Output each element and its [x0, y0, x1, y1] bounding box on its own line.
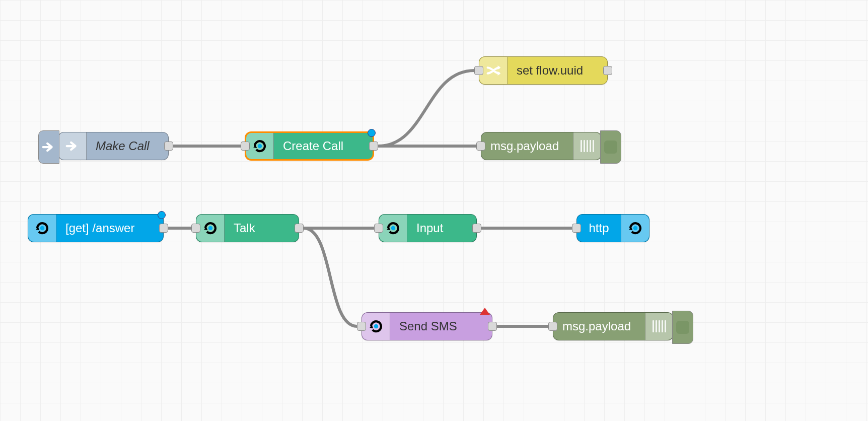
cycle-icon	[28, 215, 56, 242]
node-label: Talk	[225, 221, 299, 235]
arrow-icon	[58, 132, 87, 160]
wire[interactable]	[378, 71, 474, 146]
debug-toggle-button[interactable]	[600, 130, 621, 164]
svg-point-3	[391, 226, 395, 231]
node-debug-1[interactable]: msg.payload	[481, 132, 602, 160]
svg-point-1	[40, 226, 44, 231]
node-http[interactable]: http	[576, 214, 649, 242]
cycle-icon	[196, 215, 225, 242]
input-port[interactable]	[572, 224, 581, 233]
svg-point-4	[633, 226, 637, 231]
node-get-answer[interactable]: [get] /answer	[28, 214, 164, 242]
node-label: [get] /answer	[56, 221, 163, 235]
node-label: Create Call	[274, 139, 373, 153]
debug-icon	[573, 132, 601, 160]
node-send-sms[interactable]: Send SMS	[361, 312, 492, 340]
input-port[interactable]	[548, 322, 557, 331]
svg-point-5	[374, 324, 378, 329]
error-indicator-icon	[480, 308, 490, 315]
node-label: msg.payload	[481, 139, 573, 153]
inject-button[interactable]	[38, 130, 59, 164]
input-port[interactable]	[476, 142, 485, 151]
node-label: msg.payload	[553, 319, 645, 333]
node-talk[interactable]: Talk	[196, 214, 299, 242]
change-indicator-icon	[368, 129, 376, 137]
svg-point-0	[257, 144, 262, 149]
input-port[interactable]	[191, 224, 200, 233]
output-port[interactable]	[369, 142, 378, 151]
shuffle-icon	[479, 57, 508, 84]
inject-icon	[40, 138, 57, 156]
input-port[interactable]	[374, 224, 383, 233]
debug-toggle-button[interactable]	[672, 311, 693, 344]
node-create-call[interactable]: Create Call	[245, 132, 374, 160]
output-port[interactable]	[164, 142, 173, 151]
output-port[interactable]	[603, 66, 612, 75]
cycle-icon	[621, 215, 649, 242]
cycle-icon	[379, 215, 407, 242]
node-input[interactable]: Input	[379, 214, 477, 242]
node-make-call[interactable]: Make Call	[58, 132, 169, 160]
node-label: Make Call	[87, 139, 168, 153]
debug-icon	[645, 313, 673, 340]
output-port[interactable]	[488, 322, 497, 331]
flow-canvas[interactable]: Make Call Create Call set flow.uuid	[0, 0, 868, 421]
output-port[interactable]	[472, 224, 481, 233]
cycle-icon	[246, 132, 274, 160]
node-set-flow-uuid[interactable]: set flow.uuid	[479, 56, 608, 85]
input-port[interactable]	[241, 142, 250, 151]
node-label: set flow.uuid	[508, 63, 607, 78]
node-label: http	[577, 221, 621, 235]
node-label: Input	[407, 221, 476, 235]
cycle-icon	[362, 313, 390, 340]
node-label: Send SMS	[390, 319, 492, 333]
node-debug-2[interactable]: msg.payload	[553, 312, 674, 340]
svg-point-2	[208, 226, 212, 231]
wire[interactable]	[304, 228, 357, 326]
output-port[interactable]	[295, 224, 304, 233]
change-indicator-icon	[158, 211, 166, 219]
input-port[interactable]	[474, 66, 483, 75]
output-port[interactable]	[159, 224, 168, 233]
input-port[interactable]	[357, 322, 366, 331]
